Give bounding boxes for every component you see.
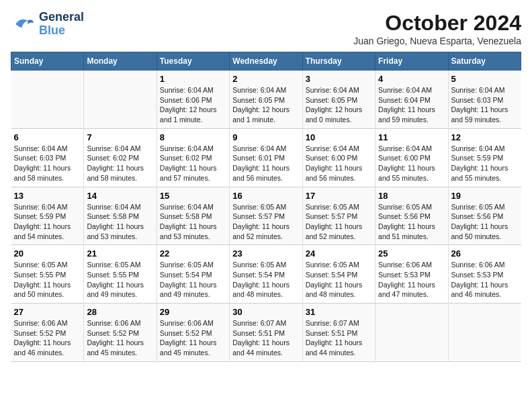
day-number: 2 <box>232 74 299 84</box>
calendar-cell: 24Sunrise: 6:05 AM Sunset: 5:54 PM Dayli… <box>302 245 375 304</box>
calendar-cell: 11Sunrise: 6:04 AM Sunset: 6:00 PM Dayli… <box>375 128 448 187</box>
day-number: 10 <box>306 132 372 142</box>
calendar-cell: 19Sunrise: 6:05 AM Sunset: 5:56 PM Dayli… <box>448 187 521 245</box>
calendar-cell: 4Sunrise: 6:04 AM Sunset: 6:04 PM Daylig… <box>375 71 448 129</box>
calendar-week-row: 13Sunrise: 6:04 AM Sunset: 5:59 PM Dayli… <box>11 187 521 245</box>
day-info: Sunrise: 6:05 AM Sunset: 5:54 PM Dayligh… <box>306 260 372 300</box>
title-block: October 2024 Juan Griego, Nueva Esparta,… <box>353 11 521 46</box>
day-number: 25 <box>378 248 445 259</box>
day-info: Sunrise: 6:04 AM Sunset: 6:00 PM Dayligh… <box>306 144 372 183</box>
calendar-cell <box>11 71 84 129</box>
column-header-wednesday: Wednesday <box>230 52 302 71</box>
day-info: Sunrise: 6:07 AM Sunset: 5:51 PM Dayligh… <box>306 318 372 358</box>
calendar-cell: 31Sunrise: 6:07 AM Sunset: 5:51 PM Dayli… <box>302 304 375 362</box>
day-info: Sunrise: 6:04 AM Sunset: 6:02 PM Dayligh… <box>160 144 226 183</box>
day-info: Sunrise: 6:06 AM Sunset: 5:53 PM Dayligh… <box>378 260 445 300</box>
day-info: Sunrise: 6:05 AM Sunset: 5:56 PM Dayligh… <box>451 202 519 242</box>
column-header-sunday: Sunday <box>11 52 84 71</box>
day-info: Sunrise: 6:05 AM Sunset: 5:55 PM Dayligh… <box>14 260 81 300</box>
day-info: Sunrise: 6:05 AM Sunset: 5:57 PM Dayligh… <box>232 202 299 242</box>
day-info: Sunrise: 6:07 AM Sunset: 5:51 PM Dayligh… <box>232 318 299 358</box>
day-info: Sunrise: 6:05 AM Sunset: 5:55 PM Dayligh… <box>87 260 153 300</box>
calendar-cell <box>84 71 157 129</box>
day-info: Sunrise: 6:04 AM Sunset: 6:06 PM Dayligh… <box>160 85 226 125</box>
day-info: Sunrise: 6:04 AM Sunset: 6:03 PM Dayligh… <box>451 85 519 125</box>
calendar-cell: 27Sunrise: 6:06 AM Sunset: 5:52 PM Dayli… <box>11 304 84 362</box>
day-number: 16 <box>232 191 299 201</box>
day-number: 8 <box>160 132 226 142</box>
day-info: Sunrise: 6:04 AM Sunset: 5:58 PM Dayligh… <box>160 202 226 242</box>
day-number: 17 <box>306 191 372 201</box>
day-info: Sunrise: 6:04 AM Sunset: 6:05 PM Dayligh… <box>232 85 299 125</box>
calendar-cell: 13Sunrise: 6:04 AM Sunset: 5:59 PM Dayli… <box>11 187 84 245</box>
day-number: 11 <box>378 132 445 142</box>
day-number: 19 <box>451 191 519 201</box>
calendar-cell: 22Sunrise: 6:05 AM Sunset: 5:54 PM Dayli… <box>157 245 229 304</box>
column-header-saturday: Saturday <box>448 52 521 71</box>
calendar-table: SundayMondayTuesdayWednesdayThursdayFrid… <box>11 52 521 362</box>
day-number: 24 <box>306 248 372 259</box>
day-number: 29 <box>160 307 226 317</box>
page-title: October 2024 <box>353 11 521 36</box>
day-info: Sunrise: 6:05 AM Sunset: 5:57 PM Dayligh… <box>306 202 372 242</box>
day-info: Sunrise: 6:04 AM Sunset: 5:59 PM Dayligh… <box>451 144 519 183</box>
day-number: 22 <box>160 248 226 259</box>
day-number: 12 <box>451 132 519 142</box>
calendar-cell: 2Sunrise: 6:04 AM Sunset: 6:05 PM Daylig… <box>230 71 302 129</box>
calendar-header-row: SundayMondayTuesdayWednesdayThursdayFrid… <box>11 52 521 71</box>
calendar-cell: 5Sunrise: 6:04 AM Sunset: 6:03 PM Daylig… <box>448 71 521 129</box>
day-number: 15 <box>160 191 226 201</box>
calendar-cell: 28Sunrise: 6:06 AM Sunset: 5:52 PM Dayli… <box>84 304 157 362</box>
calendar-cell: 15Sunrise: 6:04 AM Sunset: 5:58 PM Dayli… <box>157 187 229 245</box>
calendar-cell: 9Sunrise: 6:04 AM Sunset: 6:01 PM Daylig… <box>230 128 302 187</box>
day-info: Sunrise: 6:05 AM Sunset: 5:56 PM Dayligh… <box>378 202 445 242</box>
logo-text: General Blue <box>39 11 84 38</box>
calendar-week-row: 1Sunrise: 6:04 AM Sunset: 6:06 PM Daylig… <box>11 71 521 129</box>
day-info: Sunrise: 6:05 AM Sunset: 5:54 PM Dayligh… <box>160 260 226 300</box>
calendar-cell: 12Sunrise: 6:04 AM Sunset: 5:59 PM Dayli… <box>448 128 521 187</box>
day-info: Sunrise: 6:04 AM Sunset: 6:04 PM Dayligh… <box>378 85 445 125</box>
calendar-cell: 8Sunrise: 6:04 AM Sunset: 6:02 PM Daylig… <box>157 128 229 187</box>
calendar-cell: 10Sunrise: 6:04 AM Sunset: 6:00 PM Dayli… <box>302 128 375 187</box>
day-number: 3 <box>306 74 372 84</box>
day-info: Sunrise: 6:04 AM Sunset: 5:58 PM Dayligh… <box>87 202 153 242</box>
calendar-cell: 3Sunrise: 6:04 AM Sunset: 6:05 PM Daylig… <box>302 71 375 129</box>
column-header-thursday: Thursday <box>302 52 375 71</box>
day-number: 18 <box>378 191 445 201</box>
calendar-cell: 25Sunrise: 6:06 AM Sunset: 5:53 PM Dayli… <box>375 245 448 304</box>
column-header-friday: Friday <box>375 52 448 71</box>
calendar-cell <box>448 304 521 362</box>
day-info: Sunrise: 6:04 AM Sunset: 5:59 PM Dayligh… <box>14 202 81 242</box>
day-number: 30 <box>232 307 299 317</box>
day-number: 4 <box>378 74 445 84</box>
calendar-cell: 23Sunrise: 6:05 AM Sunset: 5:54 PM Dayli… <box>230 245 302 304</box>
day-number: 27 <box>14 307 81 317</box>
day-info: Sunrise: 6:06 AM Sunset: 5:53 PM Dayligh… <box>451 260 519 300</box>
day-info: Sunrise: 6:04 AM Sunset: 6:03 PM Dayligh… <box>14 144 81 183</box>
day-number: 7 <box>87 132 153 142</box>
day-number: 6 <box>14 132 81 142</box>
logo: General Blue <box>11 11 84 38</box>
day-number: 21 <box>87 248 153 259</box>
calendar-cell: 1Sunrise: 6:04 AM Sunset: 6:06 PM Daylig… <box>157 71 229 129</box>
calendar-week-row: 20Sunrise: 6:05 AM Sunset: 5:55 PM Dayli… <box>11 245 521 304</box>
page-header: General Blue October 2024 Juan Griego, N… <box>11 11 521 46</box>
day-number: 23 <box>232 248 299 259</box>
calendar-cell: 16Sunrise: 6:05 AM Sunset: 5:57 PM Dayli… <box>230 187 302 245</box>
day-info: Sunrise: 6:06 AM Sunset: 5:52 PM Dayligh… <box>14 318 81 358</box>
day-number: 13 <box>14 191 81 201</box>
day-number: 26 <box>451 248 519 259</box>
day-number: 1 <box>160 74 226 84</box>
day-number: 28 <box>87 307 153 317</box>
page-subtitle: Juan Griego, Nueva Esparta, Venezuela <box>353 36 521 46</box>
day-number: 14 <box>87 191 153 201</box>
column-header-monday: Monday <box>84 52 157 71</box>
calendar-cell: 21Sunrise: 6:05 AM Sunset: 5:55 PM Dayli… <box>84 245 157 304</box>
day-info: Sunrise: 6:04 AM Sunset: 6:01 PM Dayligh… <box>232 144 299 183</box>
day-info: Sunrise: 6:04 AM Sunset: 6:00 PM Dayligh… <box>378 144 445 183</box>
calendar-week-row: 27Sunrise: 6:06 AM Sunset: 5:52 PM Dayli… <box>11 304 521 362</box>
calendar-cell: 20Sunrise: 6:05 AM Sunset: 5:55 PM Dayli… <box>11 245 84 304</box>
day-number: 9 <box>232 132 299 142</box>
calendar-cell: 14Sunrise: 6:04 AM Sunset: 5:58 PM Dayli… <box>84 187 157 245</box>
day-number: 5 <box>451 74 519 84</box>
